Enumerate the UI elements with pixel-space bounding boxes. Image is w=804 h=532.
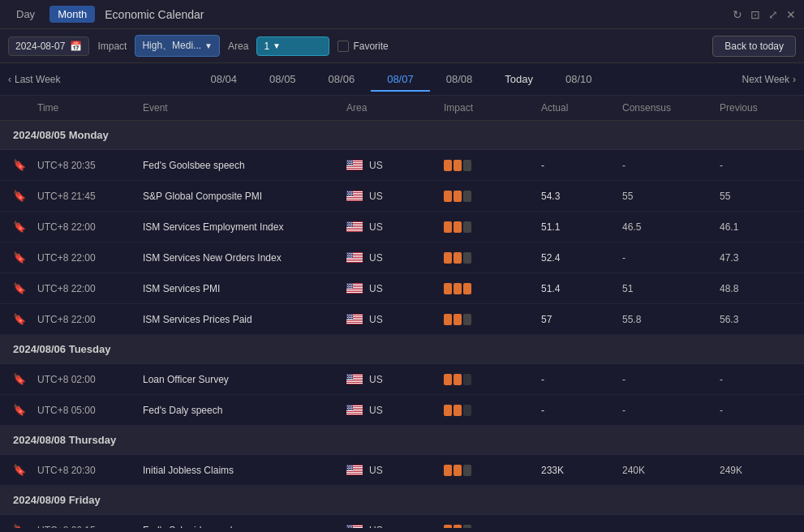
svg-point-59 (347, 225, 348, 225)
col-bookmark (8, 96, 32, 120)
table-row[interactable]: 🔖 UTC+8 22:00 ISM Services Employment In… (0, 212, 804, 242)
impact-dropdown[interactable]: High、Medi... ▼ (135, 35, 220, 57)
svg-rect-158 (346, 410, 363, 411)
tab-day[interactable]: Day (8, 6, 43, 23)
next-week-button[interactable]: Next Week › (742, 74, 796, 85)
svg-rect-180 (346, 470, 363, 471)
svg-rect-93 (346, 290, 363, 291)
svg-point-173 (348, 409, 349, 410)
actual-cell: 51.4 (536, 278, 617, 299)
date-tab-0807[interactable]: 08/07 (371, 66, 430, 92)
svg-point-147 (347, 377, 348, 378)
svg-rect-5 (346, 167, 363, 168)
svg-point-142 (350, 375, 351, 375)
svg-point-65 (351, 225, 352, 226)
svg-point-61 (350, 225, 351, 225)
svg-point-9 (349, 161, 350, 161)
expand-icon[interactable]: ⤢ (768, 8, 778, 21)
prev-week-button[interactable]: ‹ Last Week (8, 74, 60, 85)
bookmark-icon[interactable]: 🔖 (8, 368, 32, 390)
svg-point-37 (347, 194, 348, 195)
svg-point-33 (351, 191, 352, 192)
impact-cell (439, 520, 536, 529)
bookmark-icon[interactable]: 🔖 (8, 519, 32, 528)
date-tab-0810[interactable]: 08/10 (549, 66, 608, 92)
svg-point-30 (347, 191, 348, 192)
date-tab-0808[interactable]: 08/08 (430, 66, 489, 92)
svg-point-58 (351, 223, 352, 224)
table-row[interactable]: 🔖 UTC+8 22:00 ISM Services Prices Paid U… (0, 304, 804, 335)
table-row[interactable]: 🔖 UTC+8 20:35 Fed's Goolsbee speech US -… (0, 150, 804, 181)
svg-point-130 (350, 318, 350, 319)
refresh-icon[interactable]: ↻ (733, 8, 742, 21)
svg-point-84 (351, 255, 352, 256)
svg-point-13 (350, 161, 350, 162)
svg-point-17 (350, 163, 351, 164)
col-previous: Previous (715, 96, 796, 120)
table-row[interactable]: 🔖 UTC+8 02:00 Loan Officer Survey US - -… (0, 364, 804, 395)
svg-point-171 (350, 408, 351, 409)
svg-rect-137 (346, 381, 363, 382)
back-today-button[interactable]: Back to today (712, 36, 796, 57)
svg-point-196 (350, 469, 350, 470)
date-picker[interactable]: 2024-08-07 📅 (8, 36, 89, 56)
svg-rect-49 (346, 229, 363, 230)
area-cell: US (342, 278, 439, 299)
impact-cell (439, 217, 536, 238)
table-row[interactable]: 🔖 UTC+8 05:00 Fed's Daly speech US - - - (0, 395, 804, 426)
svg-point-86 (350, 256, 350, 257)
date-tab-today[interactable]: Today (488, 66, 549, 92)
svg-point-97 (349, 284, 350, 285)
svg-point-191 (347, 468, 348, 469)
date-tab-0805[interactable]: 08/05 (253, 66, 312, 92)
table-row[interactable]: 🔖 UTC+8 20:30 Initial Jobless Claims US … (0, 455, 804, 486)
previous-cell: - (715, 155, 796, 176)
svg-point-60 (349, 225, 350, 225)
date-group-group-0806: 2024/08/06 Tuesday (0, 335, 804, 364)
area-cell: US (342, 217, 439, 238)
svg-rect-70 (346, 258, 363, 259)
favorite-checkbox[interactable]: Favorite (338, 41, 388, 52)
svg-point-209 (351, 526, 352, 526)
tab-month[interactable]: Month (49, 6, 95, 23)
svg-point-153 (351, 378, 352, 379)
bookmark-icon[interactable]: 🔖 (8, 399, 32, 421)
table-row[interactable]: 🔖 UTC+8 22:00 ISM Services PMI US 51.4 5… (0, 273, 804, 304)
checkbox-icon (338, 41, 349, 52)
bookmark-icon[interactable]: 🔖 (8, 459, 32, 481)
bookmark-icon[interactable]: 🔖 (8, 216, 32, 238)
event-cell: Fed's Schmid speech (138, 520, 342, 529)
table-row[interactable]: 🔖 UTC+8 06:15 Fed's Schmid speech US - -… (0, 515, 804, 528)
svg-point-16 (349, 163, 350, 164)
bookmark-icon[interactable]: 🔖 (8, 277, 32, 299)
bookmark-icon[interactable]: 🔖 (8, 247, 32, 268)
svg-point-131 (351, 318, 352, 319)
svg-point-144 (348, 375, 349, 376)
bookmark-icon[interactable]: 🔖 (8, 185, 32, 207)
col-area: Area (342, 96, 439, 120)
svg-rect-4 (346, 165, 363, 166)
bookmark-icon[interactable]: 🔖 (8, 154, 32, 176)
table-row[interactable]: 🔖 UTC+8 21:45 S&P Global Composite PMI U… (0, 181, 804, 212)
area-dropdown[interactable]: 1 ▼ (256, 36, 329, 56)
svg-rect-94 (346, 292, 363, 293)
svg-point-190 (351, 466, 352, 467)
svg-point-192 (349, 468, 350, 469)
col-event: Event (138, 96, 342, 120)
svg-rect-26 (346, 196, 363, 197)
close-icon[interactable]: ✕ (786, 8, 796, 21)
event-cell: Fed's Daly speech (138, 400, 342, 421)
svg-point-10 (350, 161, 351, 161)
consensus-cell: 51 (617, 278, 715, 299)
svg-point-19 (348, 164, 349, 165)
table-row[interactable]: 🔖 UTC+8 22:00 ISM Services New Orders In… (0, 242, 804, 273)
bookmark-icon[interactable]: 🔖 (8, 308, 32, 330)
date-tab-0804[interactable]: 08/04 (195, 66, 254, 92)
svg-rect-181 (346, 472, 363, 473)
date-tab-0806[interactable]: 08/06 (312, 66, 372, 92)
col-time: Time (32, 96, 138, 120)
consensus-cell: - (617, 155, 715, 176)
restore-icon[interactable]: ⊡ (750, 8, 760, 21)
actual-cell: 233K (536, 460, 617, 481)
col-actual: Actual (536, 96, 617, 120)
